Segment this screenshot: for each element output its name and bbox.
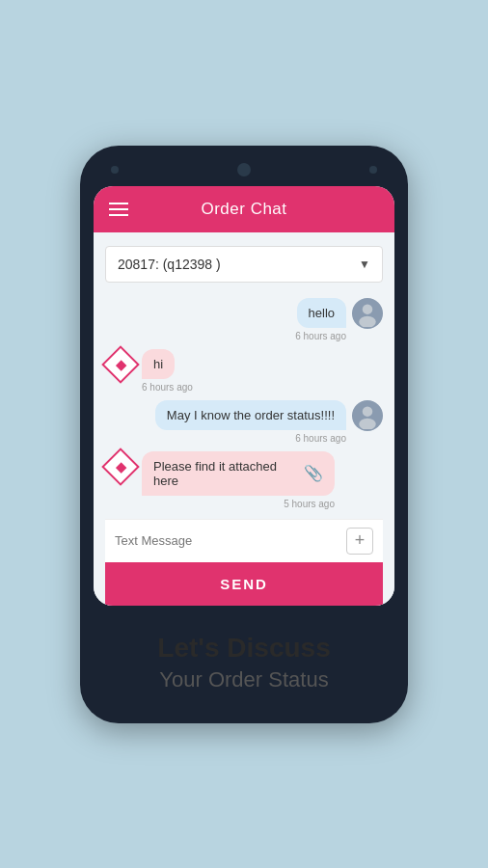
bubble-text-4: Please find it attached here 📎 [142, 451, 335, 496]
diamond-inner-4: ◆ [116, 459, 126, 475]
phone-shell: Order Chat 20817: (q12398 ) ▼ hello 6 ho… [80, 146, 408, 723]
svg-point-2 [363, 406, 373, 417]
svg-point-3 [359, 418, 376, 428]
diamond-shape-2: ◆ [101, 345, 140, 384]
avatar-3 [352, 400, 383, 431]
order-dropdown[interactable]: 20817: (q12398 ) ▼ [105, 246, 383, 283]
bubble-text-2: hi [142, 349, 175, 379]
svg-point-0 [363, 304, 373, 314]
msg-time-4: 5 hours ago [284, 499, 335, 509]
bottom-subheading: Your Order Status [113, 667, 375, 692]
diamond-icon-4: ◆ [105, 451, 136, 482]
diamond-shape-4: ◆ [101, 448, 140, 486]
hamburger-line-2 [109, 208, 128, 210]
attachment-icon: 📎 [304, 464, 323, 482]
plus-icon: + [355, 530, 366, 551]
avatar-img-1 [352, 298, 383, 329]
message-4: ◆ Please find it attached here 📎 5 hours… [105, 451, 383, 509]
dropdown-arrow-icon: ▼ [359, 258, 370, 271]
bottom-heading: Let's Discuss [113, 633, 375, 664]
attachment-button[interactable]: + [346, 528, 373, 555]
send-button[interactable]: SEND [105, 562, 383, 606]
bubble-text-1: hello [297, 298, 346, 328]
avatar-1 [352, 298, 383, 329]
bubble-wrap-3: May I know the order status!!!! 6 hours … [155, 400, 346, 444]
phone-camera [237, 163, 251, 176]
menu-icon[interactable] [109, 203, 128, 216]
chat-area: hello 6 hours ago [105, 298, 383, 519]
app-header: Order Chat [94, 186, 394, 232]
message-2: ◆ hi 6 hours ago [105, 349, 383, 393]
app-body: 20817: (q12398 ) ▼ hello 6 hours ago [94, 232, 394, 606]
bubble-wrap-2: hi 6 hours ago [142, 349, 193, 393]
msg-time-3: 6 hours ago [295, 433, 346, 444]
header-title: Order Chat [201, 200, 286, 219]
msg-time-1: 6 hours ago [295, 331, 346, 341]
bottom-text-area: Let's Discuss Your Order Status [94, 606, 394, 702]
hamburger-line-1 [109, 203, 128, 204]
input-area: + [105, 519, 383, 562]
dropdown-label: 20817: (q12398 ) [118, 257, 221, 272]
bubble-text-3: May I know the order status!!!! [155, 400, 346, 430]
diamond-icon-2: ◆ [105, 349, 136, 380]
avatar-img-3 [352, 400, 383, 431]
bubble-wrap-4: Please find it attached here 📎 5 hours a… [142, 451, 335, 509]
phone-dot-left [111, 166, 119, 174]
message-3: May I know the order status!!!! 6 hours … [105, 400, 383, 444]
hamburger-line-3 [109, 214, 128, 216]
phone-screen: Order Chat 20817: (q12398 ) ▼ hello 6 ho… [94, 186, 394, 606]
diamond-inner-2: ◆ [116, 357, 126, 372]
text-message-input[interactable] [115, 533, 339, 548]
svg-point-1 [359, 315, 376, 326]
message-1: hello 6 hours ago [105, 298, 383, 341]
msg-time-2: 6 hours ago [142, 382, 193, 393]
bubble-wrap-1: hello 6 hours ago [295, 298, 346, 341]
phone-dot-right [369, 166, 377, 174]
